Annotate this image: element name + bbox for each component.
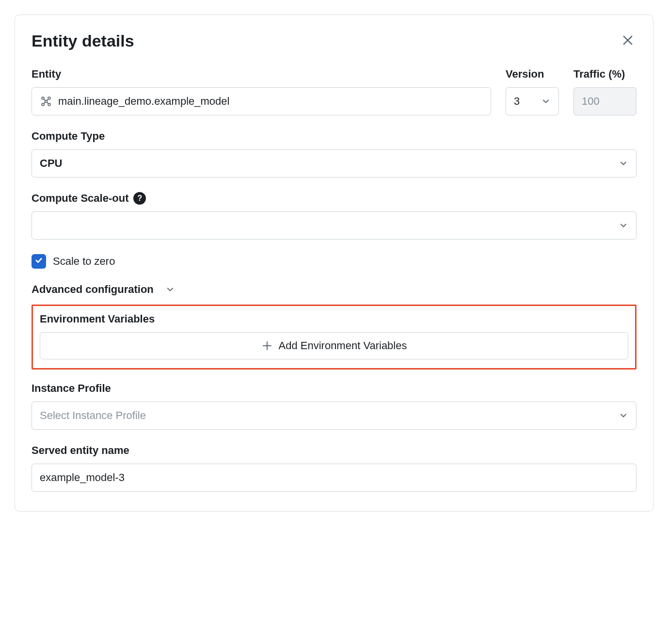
traffic-value: 100: [582, 95, 628, 108]
entity-value: main.lineage_demo.example_model: [58, 95, 483, 108]
instance-profile-field: Instance Profile Select Instance Profile: [32, 382, 636, 430]
chevron-down-icon: [619, 159, 628, 168]
help-icon[interactable]: ?: [133, 192, 146, 205]
compute-scaleout-field: Compute Scale-out ?: [32, 192, 636, 240]
close-button[interactable]: [619, 32, 636, 50]
entity-details-panel: Entity details Entity main.lineage_demo.…: [15, 15, 653, 512]
panel-header: Entity details: [32, 32, 636, 50]
chevron-down-icon: [165, 285, 175, 294]
traffic-input: 100: [573, 87, 636, 115]
svg-point-3: [48, 97, 50, 99]
advanced-config-toggle[interactable]: Advanced configuration: [32, 283, 636, 296]
instance-profile-placeholder: Select Instance Profile: [40, 409, 614, 422]
svg-line-7: [44, 99, 45, 100]
traffic-label: Traffic (%): [573, 68, 636, 80]
plus-icon: [261, 340, 273, 352]
chevron-down-icon: [541, 97, 551, 106]
entity-version-traffic-row: Entity main.lineage_demo.example_model V…: [32, 68, 636, 115]
add-env-vars-button[interactable]: Add Environment Variables: [40, 332, 628, 359]
served-entity-name-field: Served entity name: [32, 444, 636, 492]
advanced-config-label: Advanced configuration: [32, 283, 154, 296]
scale-to-zero-label: Scale to zero: [53, 255, 115, 268]
check-icon: [34, 256, 43, 267]
add-env-vars-label: Add Environment Variables: [279, 339, 407, 352]
compute-scaleout-select[interactable]: [32, 211, 636, 240]
svg-point-4: [42, 103, 44, 106]
svg-point-2: [42, 97, 44, 99]
chevron-down-icon: [619, 411, 628, 420]
version-field: Version 3: [506, 68, 559, 115]
svg-point-6: [45, 100, 48, 103]
instance-profile-select[interactable]: Select Instance Profile: [32, 402, 636, 430]
panel-title: Entity details: [32, 32, 134, 50]
compute-scaleout-label-text: Compute Scale-out: [32, 192, 128, 205]
entity-field: Entity main.lineage_demo.example_model: [32, 68, 491, 115]
compute-scaleout-label: Compute Scale-out ?: [32, 192, 636, 205]
traffic-field: Traffic (%) 100: [573, 68, 636, 115]
compute-type-field: Compute Type CPU: [32, 130, 636, 177]
svg-line-8: [47, 99, 48, 100]
compute-type-value: CPU: [40, 157, 614, 170]
entity-select[interactable]: main.lineage_demo.example_model: [32, 87, 491, 115]
served-entity-name-label: Served entity name: [32, 444, 636, 457]
svg-line-10: [47, 102, 48, 104]
entity-label: Entity: [32, 68, 491, 80]
compute-type-label: Compute Type: [32, 130, 636, 143]
version-select[interactable]: 3: [506, 87, 559, 115]
served-entity-name-input[interactable]: [32, 464, 636, 492]
model-icon: [40, 95, 52, 108]
chevron-down-icon: [619, 221, 628, 230]
svg-line-9: [44, 102, 45, 104]
env-vars-label: Environment Variables: [40, 313, 628, 325]
scale-to-zero-row: Scale to zero: [32, 254, 636, 269]
version-value: 3: [514, 95, 536, 108]
close-icon: [621, 41, 635, 48]
compute-type-select[interactable]: CPU: [32, 149, 636, 177]
scale-to-zero-checkbox[interactable]: [32, 254, 46, 269]
version-label: Version: [506, 68, 559, 80]
instance-profile-label: Instance Profile: [32, 382, 636, 395]
svg-point-5: [48, 103, 50, 106]
env-vars-highlight: Environment Variables Add Environment Va…: [32, 305, 636, 370]
